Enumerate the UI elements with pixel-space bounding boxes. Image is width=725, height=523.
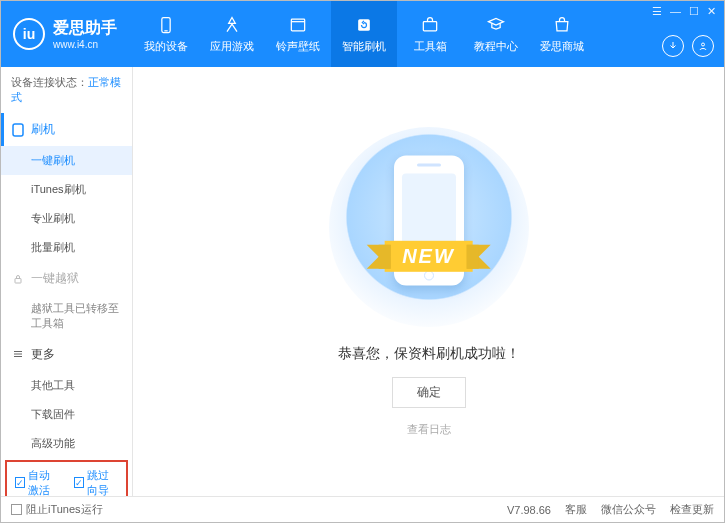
section-flash: 刷机 一键刷机 iTunes刷机 专业刷机 批量刷机 bbox=[1, 113, 132, 262]
svg-point-5 bbox=[702, 43, 705, 46]
minimize-button[interactable]: — bbox=[670, 5, 681, 18]
phone-small-icon bbox=[11, 123, 25, 137]
svg-rect-7 bbox=[15, 278, 21, 283]
nav-label: 工具箱 bbox=[414, 39, 447, 54]
nav-toolbox[interactable]: 工具箱 bbox=[397, 1, 463, 67]
tutorial-icon bbox=[486, 15, 506, 35]
nav-store[interactable]: 爱思商城 bbox=[529, 1, 595, 67]
top-nav: 我的设备 应用游戏 铃声壁纸 智能刷机 工具箱 教程中心 bbox=[133, 1, 595, 67]
list-icon bbox=[11, 347, 25, 361]
sidebar-item-batch-flash[interactable]: 批量刷机 bbox=[1, 233, 132, 262]
svg-rect-6 bbox=[13, 124, 23, 136]
nav-label: 铃声壁纸 bbox=[276, 39, 320, 54]
nav-apps-games[interactable]: 应用游戏 bbox=[199, 1, 265, 67]
sidebar-item-pro-flash[interactable]: 专业刷机 bbox=[1, 204, 132, 233]
option-checks: ✓自动激活 ✓跳过向导 bbox=[5, 460, 128, 496]
update-link[interactable]: 检查更新 bbox=[670, 502, 714, 517]
wechat-link[interactable]: 微信公众号 bbox=[601, 502, 656, 517]
nav-label: 应用游戏 bbox=[210, 39, 254, 54]
download-icon[interactable] bbox=[662, 35, 684, 57]
sidebar: 设备连接状态：正常模式 刷机 一键刷机 iTunes刷机 专业刷机 批量刷机 一… bbox=[1, 67, 133, 496]
service-link[interactable]: 客服 bbox=[565, 502, 587, 517]
store-icon bbox=[552, 15, 572, 35]
checkbox-icon bbox=[11, 504, 22, 515]
nav-label: 爱思商城 bbox=[540, 39, 584, 54]
lock-icon bbox=[11, 272, 25, 286]
app-window: iu 爱思助手 www.i4.cn 我的设备 应用游戏 铃声壁纸 智能刷机 bbox=[0, 0, 725, 523]
user-icon[interactable] bbox=[692, 35, 714, 57]
version-label: V7.98.66 bbox=[507, 504, 551, 516]
nav-tutorials[interactable]: 教程中心 bbox=[463, 1, 529, 67]
apps-icon bbox=[222, 15, 242, 35]
nav-my-device[interactable]: 我的设备 bbox=[133, 1, 199, 67]
phone-icon bbox=[156, 15, 176, 35]
sidebar-item-oneclick-flash[interactable]: 一键刷机 bbox=[1, 146, 132, 175]
wallpaper-icon bbox=[288, 15, 308, 35]
maximize-button[interactable]: ☐ bbox=[689, 5, 699, 18]
nav-smart-flash[interactable]: 智能刷机 bbox=[331, 1, 397, 67]
connection-status: 设备连接状态：正常模式 bbox=[1, 67, 132, 113]
checkbox-icon: ✓ bbox=[15, 477, 25, 488]
footer: 阻止iTunes运行 V7.98.66 客服 微信公众号 检查更新 bbox=[1, 496, 724, 522]
status-label: 设备连接状态： bbox=[11, 76, 88, 88]
section-jailbreak: 一键越狱 越狱工具已转移至工具箱 bbox=[1, 262, 132, 338]
confirm-button[interactable]: 确定 bbox=[392, 377, 466, 408]
section-head-jailbreak[interactable]: 一键越狱 bbox=[1, 262, 132, 295]
nav-label: 我的设备 bbox=[144, 39, 188, 54]
svg-rect-4 bbox=[423, 21, 436, 30]
refresh-icon bbox=[354, 15, 374, 35]
section-head-flash[interactable]: 刷机 bbox=[1, 113, 132, 146]
body: 设备连接状态：正常模式 刷机 一键刷机 iTunes刷机 专业刷机 批量刷机 一… bbox=[1, 67, 724, 496]
check-block-itunes[interactable]: 阻止iTunes运行 bbox=[11, 502, 103, 517]
section-more: 更多 其他工具 下载固件 高级功能 bbox=[1, 338, 132, 458]
header: iu 爱思助手 www.i4.cn 我的设备 应用游戏 铃声壁纸 智能刷机 bbox=[1, 1, 724, 67]
sidebar-item-other-tools[interactable]: 其他工具 bbox=[1, 371, 132, 400]
main-content: NEW 恭喜您，保资料刷机成功啦！ 确定 查看日志 bbox=[133, 67, 724, 496]
nav-label: 教程中心 bbox=[474, 39, 518, 54]
app-title: 爱思助手 bbox=[53, 18, 117, 39]
section-head-more[interactable]: 更多 bbox=[1, 338, 132, 371]
check-label: 跳过向导 bbox=[87, 468, 119, 496]
success-message: 恭喜您，保资料刷机成功啦！ bbox=[338, 345, 520, 363]
menu-icon[interactable]: ☰ bbox=[652, 5, 662, 18]
check-label: 自动激活 bbox=[28, 468, 60, 496]
jailbreak-msg: 越狱工具已转移至工具箱 bbox=[1, 295, 132, 338]
nav-ringtones[interactable]: 铃声壁纸 bbox=[265, 1, 331, 67]
svg-rect-2 bbox=[291, 19, 304, 31]
section-title: 一键越狱 bbox=[31, 270, 79, 287]
sidebar-item-download-fw[interactable]: 下载固件 bbox=[1, 400, 132, 429]
success-illustration: NEW bbox=[329, 127, 529, 327]
sidebar-item-advanced[interactable]: 高级功能 bbox=[1, 429, 132, 458]
checkbox-icon: ✓ bbox=[74, 477, 84, 488]
close-button[interactable]: ✕ bbox=[707, 5, 716, 18]
footer-block-label: 阻止iTunes运行 bbox=[26, 502, 103, 517]
app-url: www.i4.cn bbox=[53, 39, 117, 50]
logo-area: iu 爱思助手 www.i4.cn bbox=[1, 18, 133, 50]
section-title: 更多 bbox=[31, 346, 55, 363]
new-ribbon: NEW bbox=[384, 240, 473, 271]
window-controls: ☰ — ☐ ✕ bbox=[652, 5, 716, 18]
toolbox-icon bbox=[420, 15, 440, 35]
header-actions bbox=[662, 35, 714, 57]
sidebar-item-itunes-flash[interactable]: iTunes刷机 bbox=[1, 175, 132, 204]
check-auto-activate[interactable]: ✓自动激活 bbox=[15, 468, 60, 496]
ribbon-text: NEW bbox=[384, 240, 473, 271]
view-log-link[interactable]: 查看日志 bbox=[407, 422, 451, 437]
nav-label: 智能刷机 bbox=[342, 39, 386, 54]
logo-icon: iu bbox=[13, 18, 45, 50]
check-skip-guide[interactable]: ✓跳过向导 bbox=[74, 468, 119, 496]
section-title: 刷机 bbox=[31, 121, 55, 138]
